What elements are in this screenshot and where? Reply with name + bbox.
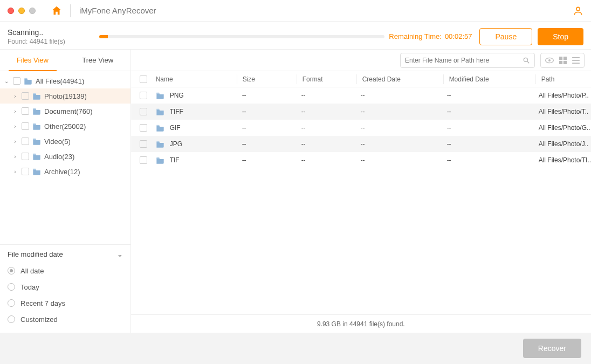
row-created: --	[355, 156, 442, 164]
filter-option[interactable]: All date	[8, 263, 123, 279]
account-icon[interactable]	[573, 5, 583, 16]
remaining-time: 00:02:57	[445, 32, 472, 40]
status-line: 9.93 GB in 44941 file(s) found.	[131, 314, 591, 333]
row-created: --	[355, 108, 442, 115]
svg-rect-11	[572, 63, 580, 64]
svg-point-0	[576, 7, 580, 11]
folder-icon	[156, 92, 164, 99]
tree-item-label: Document(760)	[44, 107, 93, 115]
row-checkbox[interactable]	[140, 140, 147, 148]
chevron-right-icon[interactable]: ›	[12, 169, 18, 175]
folder-icon	[156, 108, 164, 115]
row-created: --	[355, 140, 442, 148]
table-row[interactable]: GIF--------All Files/Photo/G..	[131, 120, 591, 136]
minimize-window[interactable]	[18, 8, 25, 14]
select-all-checkbox[interactable]	[140, 75, 147, 83]
checkbox[interactable]	[22, 138, 29, 145]
table-row[interactable]: PNG--------All Files/Photo/P..	[131, 87, 591, 104]
row-modified: --	[442, 156, 533, 164]
radio[interactable]	[8, 267, 15, 274]
table-body: PNG--------All Files/Photo/P..TIFF------…	[131, 87, 591, 168]
search-input[interactable]	[405, 57, 523, 64]
list-view-icon[interactable]	[572, 57, 580, 64]
tree-item[interactable]: ›Other(25002)	[0, 119, 130, 134]
chevron-down-icon[interactable]: ⌄	[3, 78, 10, 84]
chevron-right-icon[interactable]: ›	[12, 139, 18, 145]
col-size[interactable]: Size	[237, 75, 297, 83]
tab-files-view[interactable]: Files View	[0, 50, 65, 71]
chevron-right-icon[interactable]: ›	[12, 93, 18, 99]
checkbox[interactable]	[22, 122, 29, 130]
col-name[interactable]: Name	[150, 75, 237, 83]
grid-view-icon[interactable]	[559, 57, 567, 64]
checkbox[interactable]	[22, 168, 29, 175]
row-name: PNG	[170, 92, 184, 99]
row-checkbox[interactable]	[140, 92, 147, 99]
table-row[interactable]: TIF--------All Files/Photo/TI..	[131, 152, 591, 168]
col-modified[interactable]: Modified Date	[444, 75, 535, 83]
row-format: --	[296, 156, 355, 164]
row-name: TIFF	[170, 108, 183, 115]
recover-button[interactable]: Recover	[523, 339, 581, 358]
radio[interactable]	[8, 299, 15, 307]
filter-panel: File modified date ⌄ All dateTodayRecent…	[0, 244, 130, 333]
close-window[interactable]	[8, 8, 14, 14]
search-box[interactable]	[400, 53, 535, 68]
tree-item-label: Audio(23)	[44, 153, 74, 161]
col-path[interactable]: Path	[536, 75, 591, 83]
tree-root[interactable]: ⌄ All Files(44941)	[0, 73, 130, 88]
tab-tree-view[interactable]: Tree View	[65, 50, 130, 71]
row-name: GIF	[170, 124, 181, 132]
filter-option[interactable]: Today	[8, 279, 123, 295]
chevron-right-icon[interactable]: ›	[12, 123, 18, 129]
chevron-right-icon[interactable]: ›	[12, 108, 18, 114]
row-path: All Files/Photo/G..	[533, 124, 591, 132]
checkbox[interactable]	[22, 107, 29, 115]
row-checkbox[interactable]	[140, 124, 147, 132]
scan-status: Scanning..	[8, 28, 99, 37]
filter-option-label: Today	[20, 283, 39, 291]
col-created[interactable]: Created Date	[357, 75, 443, 83]
tree-item[interactable]: ›Video(5)	[0, 134, 130, 149]
row-size: --	[237, 140, 296, 148]
category-tree: ⌄ All Files(44941) ›Photo(19139)›Documen…	[0, 71, 130, 244]
pause-button[interactable]: Pause	[479, 28, 532, 45]
filter-option-label: All date	[20, 267, 44, 275]
row-created: --	[355, 124, 442, 132]
row-path: All Files/Photo/J..	[533, 140, 591, 148]
tree-item[interactable]: ›Audio(23)	[0, 149, 130, 164]
filter-option[interactable]: Recent 7 days	[8, 295, 123, 311]
maximize-window[interactable]	[29, 8, 36, 14]
table-row[interactable]: TIFF--------All Files/Photo/T..	[131, 104, 591, 120]
table-row[interactable]: JPG--------All Files/Photo/J..	[131, 136, 591, 152]
tree-item[interactable]: ›Photo(19139)	[0, 88, 130, 104]
row-format: --	[296, 92, 355, 99]
row-size: --	[237, 156, 296, 164]
remaining-label: Remaining Time:	[389, 32, 442, 40]
row-path: All Files/Photo/TI..	[533, 156, 591, 164]
svg-rect-6	[563, 57, 567, 60]
radio[interactable]	[8, 315, 15, 323]
filter-option[interactable]: Customized	[8, 311, 123, 327]
svg-rect-7	[559, 60, 562, 64]
view-mode-toggle	[540, 53, 585, 68]
tree-item[interactable]: ›Document(760)	[0, 104, 130, 119]
filter-header[interactable]: File modified date ⌄	[8, 250, 123, 258]
folder-icon	[156, 156, 164, 164]
search-icon[interactable]	[523, 57, 530, 64]
svg-point-1	[524, 58, 527, 61]
checkbox[interactable]	[22, 153, 29, 160]
row-checkbox[interactable]	[140, 108, 147, 115]
col-format[interactable]: Format	[297, 75, 356, 83]
chevron-right-icon[interactable]: ›	[12, 154, 18, 160]
radio[interactable]	[8, 283, 15, 291]
checkbox[interactable]	[22, 92, 29, 100]
stop-button[interactable]: Stop	[538, 28, 583, 45]
preview-icon[interactable]	[545, 57, 554, 64]
row-size: --	[237, 108, 296, 115]
row-checkbox[interactable]	[140, 156, 147, 164]
home-icon[interactable]	[51, 5, 63, 17]
tree-item[interactable]: ›Archive(12)	[0, 164, 130, 179]
tree-item-label: Photo(19139)	[44, 92, 87, 100]
checkbox[interactable]	[13, 77, 20, 85]
